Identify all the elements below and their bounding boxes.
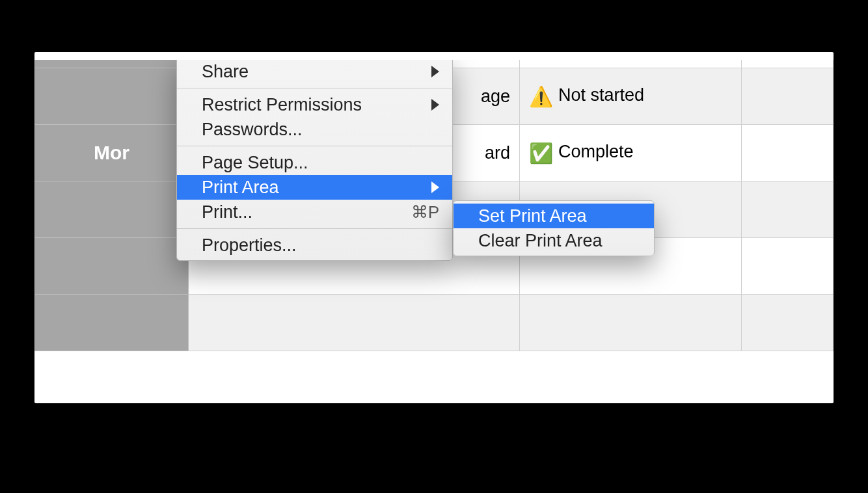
submenu-arrow-icon <box>431 99 439 111</box>
status-text: Not started <box>558 85 644 105</box>
row-header-cell <box>35 238 189 295</box>
menu-label: Page Setup... <box>202 153 439 173</box>
row-header-cell: Mor <box>35 125 189 181</box>
table-row <box>35 295 834 351</box>
print-area-submenu: Set Print Area Clear Print Area <box>453 200 655 256</box>
empty-cell[interactable] <box>742 295 834 351</box>
menu-label: Print... <box>202 202 411 222</box>
empty-cell[interactable] <box>742 125 834 181</box>
empty-cell[interactable] <box>742 68 834 125</box>
warning-icon: ⚠️ <box>529 86 553 107</box>
menu-shortcut: ⌘P <box>411 202 439 222</box>
status-cell[interactable] <box>520 295 742 351</box>
file-context-menu: Share Restrict Permissions Passwords... … <box>176 60 453 261</box>
menu-label: Properties... <box>202 235 439 256</box>
row-header-cell <box>35 60 189 68</box>
menu-item-print[interactable]: Print... ⌘P <box>177 200 452 224</box>
menu-item-passwords[interactable]: Passwords... <box>177 117 452 142</box>
menu-separator <box>177 88 452 88</box>
row-header-cell <box>35 295 189 351</box>
menu-item-page-setup[interactable]: Page Setup... <box>177 150 452 175</box>
status-cell[interactable]: ✅Complete <box>520 125 742 181</box>
menu-label: Print Area <box>202 178 425 198</box>
menu-item-restrict-permissions[interactable]: Restrict Permissions <box>177 92 452 117</box>
task-cell[interactable] <box>189 295 520 351</box>
menu-item-print-area[interactable]: Print Area <box>177 175 452 200</box>
empty-cell[interactable] <box>742 238 834 295</box>
submenu-arrow-icon <box>431 181 439 193</box>
menu-separator <box>177 228 452 229</box>
empty-cell[interactable] <box>742 181 834 238</box>
empty-cell[interactable] <box>742 60 834 68</box>
status-text: Complete <box>558 142 634 161</box>
menu-label: Restrict Permissions <box>202 95 425 115</box>
submenu-item-set-print-area[interactable]: Set Print Area <box>454 204 654 228</box>
menu-label: Share <box>202 62 425 82</box>
submenu-arrow-icon <box>431 66 439 77</box>
menu-label: Clear Print Area <box>478 231 641 251</box>
menu-item-share[interactable]: Share <box>177 60 452 84</box>
submenu-item-clear-print-area[interactable]: Clear Print Area <box>454 228 654 253</box>
status-cell[interactable]: 🏃In progress <box>520 60 742 68</box>
check-icon: ✅ <box>529 142 553 164</box>
status-cell[interactable]: ⚠️Not started <box>520 68 742 125</box>
menu-separator <box>177 146 452 146</box>
screenshot-frame: 🏃In progress age ⚠️Not started Mor ard <box>34 52 834 403</box>
row-header-cell <box>35 68 189 125</box>
spreadsheet-area: 🏃In progress age ⚠️Not started Mor ard <box>34 60 834 403</box>
row-header-cell <box>35 181 189 238</box>
menu-item-properties[interactable]: Properties... <box>177 233 452 258</box>
menu-label: Set Print Area <box>478 206 641 226</box>
menu-label: Passwords... <box>202 120 439 140</box>
